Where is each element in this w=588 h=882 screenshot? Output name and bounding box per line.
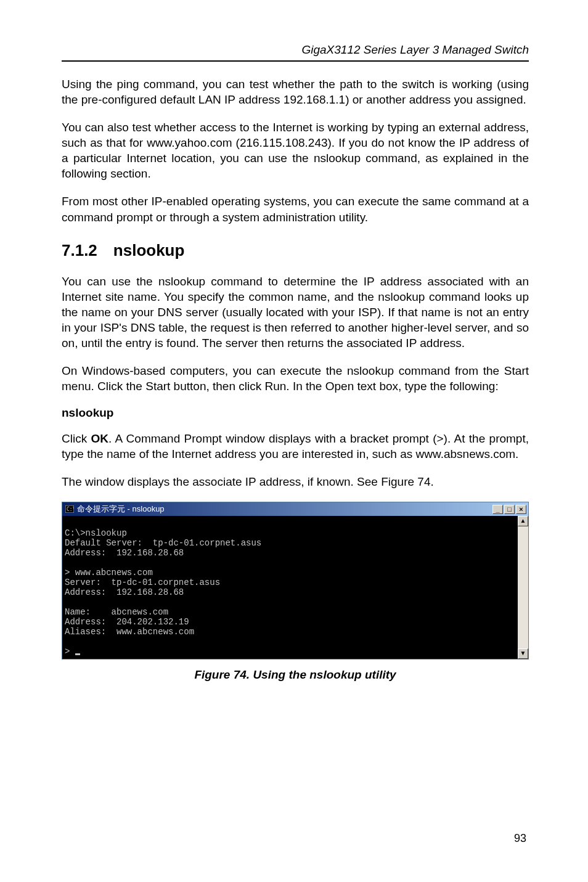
paragraph: The window displays the associate IP add…: [62, 474, 529, 489]
svg-text:C:\: C:\: [67, 507, 74, 512]
figure-caption: Figure 74. Using the nslookup utility: [62, 668, 529, 682]
scrollbar[interactable]: ▲ ▼: [518, 516, 528, 659]
text-fragment: Click: [62, 432, 91, 445]
minimize-button[interactable]: _: [492, 505, 503, 514]
running-header: GigaX3112 Series Layer 3 Managed Switch: [62, 43, 529, 60]
paragraph: Using the ping command, you can test whe…: [62, 76, 529, 107]
paragraph: You can also test whether access to the …: [62, 120, 529, 181]
cursor: [75, 653, 80, 655]
text-fragment: . A Command Prompt window displays with …: [62, 432, 529, 460]
scroll-track[interactable]: [518, 526, 528, 648]
section-heading: 7.1.2 nslookup: [62, 241, 529, 260]
header-rule: [62, 60, 529, 62]
page-number: 93: [514, 832, 526, 845]
terminal-output[interactable]: C:\>nslookup Default Server: tp-dc-01.co…: [62, 516, 518, 659]
window-titlebar[interactable]: C:\ 命令提示字元 - nslookup _ □ ×: [62, 502, 528, 516]
paragraph: You can use the nslookup command to dete…: [62, 274, 529, 351]
maximize-button[interactable]: □: [504, 505, 515, 514]
paragraph: Click OK. A Command Prompt window displa…: [62, 431, 529, 462]
paragraph: On Windows-based computers, you can exec…: [62, 363, 529, 394]
terminal-window: C:\ 命令提示字元 - nslookup _ □ × C:\>nslookup…: [62, 502, 529, 659]
scroll-down-button[interactable]: ▼: [518, 648, 528, 659]
window-title: 命令提示字元 - nslookup: [77, 504, 492, 515]
ok-label: OK: [91, 432, 109, 445]
terminal-text-content: C:\>nslookup Default Server: tp-dc-01.co…: [65, 528, 261, 656]
paragraph: From most other IP-enabled operating sys…: [62, 194, 529, 224]
scroll-up-button[interactable]: ▲: [518, 516, 528, 526]
cmd-icon: C:\: [65, 505, 75, 513]
close-button[interactable]: ×: [516, 505, 526, 514]
command-text: nslookup: [62, 406, 529, 420]
